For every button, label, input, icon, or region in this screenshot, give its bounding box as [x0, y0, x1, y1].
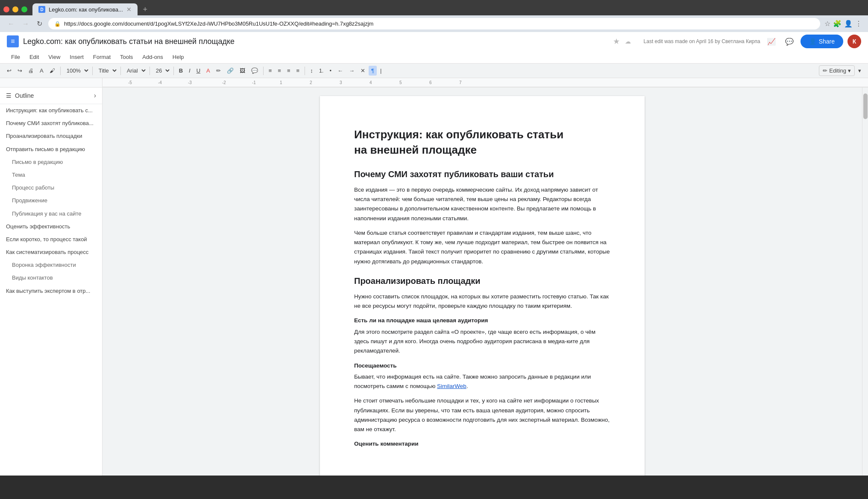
last-edit-text: Last edit was made on April 16 by Светла…: [644, 38, 760, 44]
image-button[interactable]: 🖼: [237, 66, 248, 76]
outline-item-11[interactable]: Как систематизировать процесс: [0, 246, 102, 259]
outline-item-0[interactable]: Инструкция: как опубликовать с...: [0, 104, 102, 117]
numbered-list-button[interactable]: 1.: [317, 66, 326, 76]
outline-item-8[interactable]: Публикация у вас на сайте: [0, 207, 102, 220]
redo-button[interactable]: ↪: [15, 66, 25, 76]
sidebar-collapse-button[interactable]: ›: [94, 92, 96, 99]
undo-button[interactable]: ↩: [4, 66, 14, 76]
scroll-thumb[interactable]: [863, 93, 868, 119]
clear-format-button[interactable]: ✕: [358, 66, 368, 76]
doc-para-s2-4: Не стоит отмечать небольшие площадки и т…: [354, 396, 610, 434]
svg-text:-5: -5: [128, 80, 132, 85]
outline-item-6[interactable]: Процесс работы: [0, 181, 102, 194]
outline-item-5[interactable]: Тема: [0, 169, 102, 181]
browser-chrome: D Legko.com: как опубликова... ✕ + ← → ↻…: [0, 0, 868, 32]
highlight-button[interactable]: ✏: [214, 66, 223, 76]
active-tab[interactable]: D Legko.com: как опубликова... ✕: [32, 3, 138, 15]
refresh-button[interactable]: ↻: [35, 18, 44, 29]
spell-check-button[interactable]: A: [37, 66, 46, 76]
forward-button[interactable]: →: [21, 18, 31, 29]
menu-format[interactable]: Format: [89, 52, 115, 62]
extensions-icon[interactable]: 🧩: [833, 20, 842, 28]
link-button[interactable]: 🔗: [224, 66, 236, 76]
print-button[interactable]: 🖨: [26, 66, 36, 76]
outline-item-4[interactable]: Письмо в редакцию: [0, 156, 102, 169]
page-break-button[interactable]: ¶: [369, 66, 377, 76]
section-break-button[interactable]: |: [378, 66, 384, 76]
svg-text:6: 6: [429, 80, 432, 85]
outline-item-12[interactable]: Воронка эффективности: [0, 259, 102, 271]
doc-title[interactable]: Legko.com: как опубликовать статьи на вн…: [23, 37, 606, 46]
menu-file[interactable]: File: [7, 52, 24, 62]
back-button[interactable]: ←: [6, 18, 16, 29]
outline-item-13[interactable]: Виды контактов: [0, 271, 102, 284]
font-size-select[interactable]: 26: [152, 66, 171, 75]
bookmark-icon[interactable]: ☆: [824, 20, 830, 28]
outline-item-14[interactable]: Как выступить экспертом в отр...: [0, 285, 102, 298]
align-center-button[interactable]: ≡: [275, 66, 284, 76]
new-tab-button[interactable]: +: [139, 3, 151, 15]
cloud-icon[interactable]: ☁: [625, 38, 631, 45]
justify-button[interactable]: ≡: [294, 66, 302, 76]
share-button[interactable]: 👤 Share: [801, 35, 843, 48]
menu-insert[interactable]: Insert: [65, 52, 88, 62]
menu-view[interactable]: View: [44, 52, 65, 62]
menu-tools[interactable]: Tools: [116, 52, 137, 62]
url-text: https://docs.google.com/document/d/1pogX…: [64, 20, 814, 27]
comment-inline-button[interactable]: 💬: [249, 66, 261, 76]
outline-item-1[interactable]: Почему СМИ захотят публикова...: [0, 117, 102, 130]
toolbar-separator-6: [263, 67, 264, 75]
url-bar[interactable]: 🔒 https://docs.google.com/document/d/1po…: [48, 18, 820, 29]
outline-item-10[interactable]: Если коротко, то процесс такой: [0, 233, 102, 246]
profile-icon[interactable]: 👤: [844, 20, 853, 28]
expand-toolbar-button[interactable]: ▾: [856, 66, 864, 76]
bullet-list-button[interactable]: •: [327, 66, 334, 76]
chart-icon[interactable]: 📈: [765, 35, 778, 48]
font-select[interactable]: Arial: [123, 66, 147, 75]
line-spacing-button[interactable]: ↕: [308, 66, 316, 76]
share-label: Share: [819, 38, 835, 45]
tab-bar: D Legko.com: как опубликова... ✕ +: [0, 0, 868, 15]
comment-icon[interactable]: 💬: [783, 35, 796, 48]
menu-addons[interactable]: Add-ons: [138, 52, 167, 62]
maximize-traffic-light[interactable]: [21, 6, 27, 12]
align-right-button[interactable]: ≡: [284, 66, 293, 76]
doc-para-s1-2: Чем больше статья соответствует правилам…: [354, 228, 610, 266]
similarweb-link[interactable]: SimilarWeb: [437, 383, 466, 389]
align-left-button[interactable]: ≡: [266, 66, 275, 76]
menu-edit[interactable]: Edit: [25, 52, 43, 62]
doc-para-s1-1: Все издания — это в первую очередь комме…: [354, 185, 610, 223]
toolbar-separator-7: [305, 67, 305, 75]
bold-button[interactable]: B: [176, 66, 185, 76]
svg-text:5: 5: [399, 80, 402, 85]
svg-text:-1: -1: [252, 80, 256, 85]
outline-item-3[interactable]: Отправить письмо в редакцию: [0, 143, 102, 156]
editing-chevron-icon: ▾: [848, 67, 851, 74]
style-select[interactable]: Title: [95, 66, 118, 75]
svg-text:2: 2: [310, 80, 312, 85]
user-avatar[interactable]: К: [847, 35, 861, 48]
increase-indent-button[interactable]: →: [346, 66, 357, 76]
menu-help[interactable]: Help: [168, 52, 188, 62]
underline-button[interactable]: U: [194, 66, 203, 76]
outline-item-7[interactable]: Продвижение: [0, 194, 102, 207]
doc-para-s2-3: Бывает, что информация есть на сайте. Та…: [354, 372, 610, 391]
more-options-icon[interactable]: ⋮: [855, 20, 862, 28]
outline-icon: ☰: [6, 92, 12, 99]
outline-item-2[interactable]: Проанализировать площадки: [0, 130, 102, 143]
minimize-traffic-light[interactable]: [12, 6, 18, 12]
doc-area[interactable]: Инструкция: как опубликовать статьина вн…: [103, 88, 862, 476]
editing-mode-selector[interactable]: ✏ Editing ▾: [819, 65, 855, 76]
italic-button[interactable]: I: [186, 66, 193, 76]
decrease-indent-button[interactable]: ←: [335, 66, 346, 76]
tab-close-button[interactable]: ✕: [126, 6, 132, 13]
close-traffic-light[interactable]: [3, 6, 9, 12]
svg-text:7: 7: [459, 80, 462, 85]
star-icon[interactable]: ★: [613, 37, 620, 46]
scrollbar-right[interactable]: [862, 88, 868, 476]
paint-format-button[interactable]: 🖌: [47, 66, 58, 76]
outline-item-9[interactable]: Оценить эффективность: [0, 220, 102, 233]
zoom-select[interactable]: 100%: [63, 66, 90, 75]
text-color-button[interactable]: A: [204, 66, 213, 76]
doc-bold-s2-1: Есть ли на площадке наша целевая аудитор…: [354, 316, 610, 325]
